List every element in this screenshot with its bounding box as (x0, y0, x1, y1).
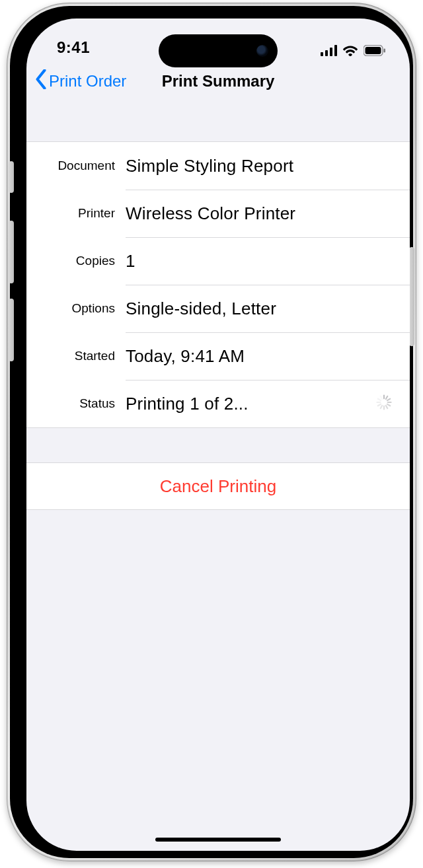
svg-line-12 (386, 406, 387, 408)
volume-down-button (9, 299, 14, 361)
svg-rect-1 (325, 50, 328, 56)
back-label: Print Order (49, 72, 126, 90)
row-label: Copies (26, 254, 126, 268)
row-value: Simple Styling Report (126, 156, 397, 176)
summary-group: Document Simple Styling Report Printer W… (26, 141, 410, 428)
svg-rect-2 (330, 48, 332, 56)
volume-up-button (9, 221, 14, 283)
row-value: Single-sided, Letter (126, 299, 397, 319)
row-value: Wireless Color Printer (126, 203, 397, 224)
svg-rect-0 (321, 52, 323, 56)
row-value: Today, 9:41 AM (126, 346, 397, 367)
mute-switch (9, 161, 14, 193)
svg-line-11 (387, 404, 390, 406)
loading-spinner-icon (375, 394, 393, 414)
row-options: Options Single-sided, Letter (26, 285, 410, 332)
page-title: Print Summary (162, 72, 275, 90)
row-label: Printer (26, 206, 126, 221)
screen: 9:41 Print Order Print Sum (26, 18, 410, 851)
svg-line-17 (378, 399, 381, 400)
row-printer: Printer Wireless Color Printer (26, 190, 410, 237)
svg-line-8 (386, 396, 387, 399)
group-spacer (26, 428, 410, 462)
row-label: Started (26, 349, 126, 363)
home-indicator (155, 838, 281, 842)
row-status: Status Printing 1 of 2... (26, 380, 410, 427)
cancel-printing-button[interactable]: Cancel Printing (26, 462, 410, 510)
device-frame: 9:41 Print Order Print Sum (7, 3, 416, 861)
svg-line-14 (381, 406, 382, 408)
content: Document Simple Styling Report Printer W… (26, 103, 410, 510)
svg-line-18 (381, 396, 382, 399)
row-label: Options (26, 301, 126, 316)
row-document: Document Simple Styling Report (26, 142, 410, 190)
dynamic-island (159, 34, 278, 67)
row-value: Printing 1 of 2... (126, 394, 375, 414)
svg-rect-6 (384, 49, 386, 53)
svg-rect-3 (334, 45, 337, 56)
row-label: Status (26, 396, 126, 411)
row-copies: Copies 1 (26, 237, 410, 285)
back-button[interactable]: Print Order (34, 59, 126, 103)
row-value: 1 (126, 251, 397, 271)
battery-icon (364, 45, 386, 56)
side-button (409, 247, 414, 346)
row-started: Started Today, 9:41 AM (26, 332, 410, 380)
svg-line-9 (387, 399, 390, 400)
status-time: 9:41 (57, 38, 90, 57)
wifi-icon (342, 45, 358, 56)
svg-rect-5 (365, 47, 381, 54)
svg-line-15 (378, 404, 381, 406)
cancel-printing-label: Cancel Printing (160, 476, 276, 497)
chevron-left-icon (34, 69, 48, 93)
row-label: Document (26, 159, 126, 173)
cellular-icon (321, 45, 337, 56)
